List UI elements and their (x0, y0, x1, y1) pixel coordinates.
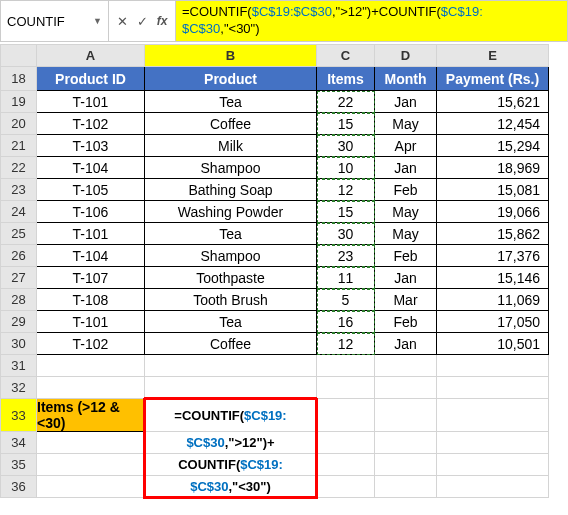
row-header[interactable]: 29 (1, 311, 37, 333)
row-header[interactable]: 34 (1, 432, 37, 454)
formula-display-cell[interactable]: $C$30,"<30") (145, 476, 317, 498)
cell-payment[interactable]: 15,862 (437, 223, 549, 245)
cell-productid[interactable]: T-102 (37, 113, 145, 135)
fx-icon[interactable]: fx (153, 14, 171, 28)
name-box[interactable]: COUNTIF ▼ (1, 1, 109, 41)
cell-productid[interactable]: T-101 (37, 91, 145, 113)
cell-productid[interactable]: T-103 (37, 135, 145, 157)
cell-product[interactable]: Milk (145, 135, 317, 157)
formula-input[interactable]: =COUNTIF($C$19:$C$30,">12")+COUNTIF($C$1… (176, 1, 567, 41)
col-header-D[interactable]: D (375, 45, 437, 67)
spreadsheet-grid[interactable]: A B C D E 18 Product ID Product Items Mo… (0, 44, 549, 499)
row-header[interactable]: 21 (1, 135, 37, 157)
cell-payment[interactable]: 15,294 (437, 135, 549, 157)
cell-product[interactable]: Toothpaste (145, 267, 317, 289)
row-header[interactable]: 25 (1, 223, 37, 245)
cell-productid[interactable]: T-107 (37, 267, 145, 289)
cell-payment[interactable]: 15,081 (437, 179, 549, 201)
cell[interactable] (375, 476, 437, 498)
cell[interactable] (317, 432, 375, 454)
cell-items[interactable]: 16 (317, 311, 375, 333)
cell-month[interactable]: Feb (375, 311, 437, 333)
cell[interactable] (37, 355, 145, 377)
cell-payment[interactable]: 11,069 (437, 289, 549, 311)
cell-items[interactable]: 12 (317, 333, 375, 355)
cell[interactable] (145, 355, 317, 377)
cell-product[interactable]: Shampoo (145, 245, 317, 267)
cell-product[interactable]: Bathing Soap (145, 179, 317, 201)
cell-month[interactable]: Jan (375, 157, 437, 179)
cell-productid[interactable]: T-101 (37, 311, 145, 333)
formula-display-cell[interactable]: COUNTIF($C$19: (145, 454, 317, 476)
row-header[interactable]: 28 (1, 289, 37, 311)
header-month[interactable]: Month (375, 67, 437, 91)
cell-payment[interactable]: 18,969 (437, 157, 549, 179)
row-header[interactable]: 22 (1, 157, 37, 179)
cell[interactable] (375, 355, 437, 377)
header-payment[interactable]: Payment (Rs.) (437, 67, 549, 91)
row-header[interactable]: 33 (1, 399, 37, 432)
cell-items[interactable]: 5 (317, 289, 375, 311)
cell[interactable] (437, 432, 549, 454)
cell-month[interactable]: May (375, 223, 437, 245)
cell[interactable] (437, 355, 549, 377)
cell-payment[interactable]: 19,066 (437, 201, 549, 223)
cell[interactable] (317, 399, 375, 432)
row-header[interactable]: 36 (1, 476, 37, 498)
cell[interactable] (145, 377, 317, 399)
cell[interactable] (437, 377, 549, 399)
cell-product[interactable]: Coffee (145, 113, 317, 135)
formula-display-cell[interactable]: $C$30,">12")+ (145, 432, 317, 454)
cell-product[interactable]: Coffee (145, 333, 317, 355)
cell-items[interactable]: 11 (317, 267, 375, 289)
cell-month[interactable]: Mar (375, 289, 437, 311)
cell-productid[interactable]: T-105 (37, 179, 145, 201)
header-product[interactable]: Product (145, 67, 317, 91)
col-header-E[interactable]: E (437, 45, 549, 67)
cell-month[interactable]: Feb (375, 179, 437, 201)
row-header[interactable]: 20 (1, 113, 37, 135)
cell-payment[interactable]: 17,050 (437, 311, 549, 333)
cell-product[interactable]: Washing Powder (145, 201, 317, 223)
cell-items[interactable]: 22 (317, 91, 375, 113)
select-all-corner[interactable] (1, 45, 37, 67)
enter-icon[interactable]: ✓ (133, 14, 151, 29)
cell-month[interactable]: May (375, 113, 437, 135)
cell-month[interactable]: May (375, 201, 437, 223)
header-items[interactable]: Items (317, 67, 375, 91)
row-header[interactable]: 35 (1, 454, 37, 476)
cell[interactable] (437, 476, 549, 498)
cell-product[interactable]: Tea (145, 91, 317, 113)
cell-items[interactable]: 30 (317, 223, 375, 245)
cell-items[interactable]: 10 (317, 157, 375, 179)
col-header-C[interactable]: C (317, 45, 375, 67)
col-header-A[interactable]: A (37, 45, 145, 67)
cell-productid[interactable]: T-104 (37, 245, 145, 267)
cell-month[interactable]: Jan (375, 333, 437, 355)
cell[interactable] (37, 476, 145, 498)
cell-items[interactable]: 15 (317, 201, 375, 223)
cell[interactable] (375, 377, 437, 399)
name-box-dropdown-icon[interactable]: ▼ (93, 16, 102, 26)
row-header[interactable]: 19 (1, 91, 37, 113)
cell-productid[interactable]: T-104 (37, 157, 145, 179)
cell[interactable] (375, 432, 437, 454)
cell-month[interactable]: Jan (375, 91, 437, 113)
cell[interactable] (317, 454, 375, 476)
cancel-icon[interactable]: ✕ (113, 14, 131, 29)
cell-payment[interactable]: 10,501 (437, 333, 549, 355)
cell-payment[interactable]: 15,146 (437, 267, 549, 289)
cell-payment[interactable]: 15,621 (437, 91, 549, 113)
cell-items[interactable]: 12 (317, 179, 375, 201)
row-header[interactable]: 26 (1, 245, 37, 267)
cell[interactable] (375, 454, 437, 476)
row-header[interactable]: 24 (1, 201, 37, 223)
cell-product[interactable]: Shampoo (145, 157, 317, 179)
row-header[interactable]: 32 (1, 377, 37, 399)
cell[interactable] (37, 432, 145, 454)
cell-items[interactable]: 23 (317, 245, 375, 267)
cell[interactable] (375, 399, 437, 432)
header-productid[interactable]: Product ID (37, 67, 145, 91)
cell-productid[interactable]: T-101 (37, 223, 145, 245)
row-header[interactable]: 23 (1, 179, 37, 201)
